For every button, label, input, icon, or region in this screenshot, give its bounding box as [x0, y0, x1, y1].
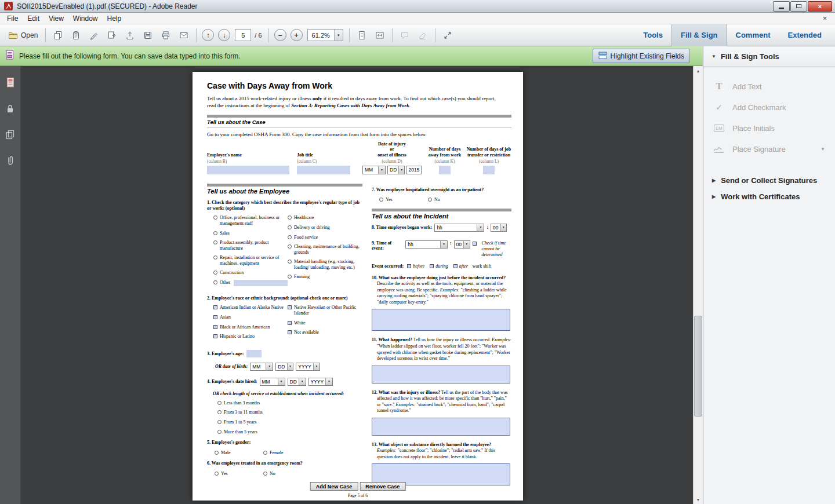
dropdown-arrow-icon[interactable]: ▼	[500, 224, 507, 231]
sign-pen-button[interactable]	[86, 27, 102, 43]
extended-panel-button[interactable]: Extended	[779, 24, 830, 46]
checkbox[interactable]	[288, 305, 292, 309]
hired-month-select[interactable]: MM▼	[260, 378, 285, 386]
fill-sign-tools-header[interactable]: ▼ Fill & Sign Tools	[703, 46, 835, 67]
radio-button[interactable]	[288, 235, 292, 239]
dropdown-arrow-icon[interactable]: ▼	[313, 363, 320, 370]
previous-page-button[interactable]: ↑	[202, 29, 214, 41]
save-button[interactable]	[140, 27, 156, 43]
race-option[interactable]: Not available	[288, 330, 362, 335]
q11-answer-field[interactable]	[372, 366, 510, 384]
dropdown-arrow-icon[interactable]: ▼	[398, 166, 404, 174]
place-signature-tool[interactable]: Place Signature ▼	[703, 138, 835, 159]
radio-button[interactable]	[263, 472, 267, 476]
scrollbar-thumb[interactable]	[694, 316, 702, 417]
radio-button[interactable]	[263, 451, 267, 455]
vertical-scrollbar[interactable]: ▲ ▼	[693, 66, 703, 504]
radio-button[interactable]	[217, 420, 222, 424]
emergency-room-option[interactable]: No	[263, 471, 312, 477]
zoom-in-button[interactable]: +	[291, 29, 303, 41]
injury-day-select[interactable]: DD▼	[387, 166, 405, 174]
length-of-service-option[interactable]: From 3 to 11 months	[217, 410, 362, 415]
email-button[interactable]	[176, 27, 192, 43]
radio-button[interactable]	[379, 198, 383, 202]
birth-month-select[interactable]: MM▼	[250, 363, 273, 371]
job-category-option[interactable]: Material handling (e.g. stocking, loadin…	[288, 259, 362, 270]
dropdown-arrow-icon[interactable]: ▼	[463, 241, 470, 248]
job-category-option[interactable]: Delivery or driving	[288, 225, 362, 231]
dropdown-arrow-icon[interactable]: ▼	[378, 166, 385, 174]
checkbox[interactable]	[288, 321, 292, 325]
dropdown-arrow-icon[interactable]: ▼	[299, 378, 306, 385]
radio-button[interactable]	[215, 451, 219, 455]
checkbox[interactable]	[213, 334, 217, 338]
q10-answer-field[interactable]	[372, 309, 510, 331]
days-away-field[interactable]	[439, 166, 451, 174]
job-category-option[interactable]: Food service	[288, 235, 362, 240]
radio-button[interactable]	[288, 244, 292, 249]
event-timing-option[interactable]: before	[407, 264, 424, 269]
injury-month-select[interactable]: MM▼	[362, 166, 386, 174]
radio-button[interactable]	[217, 401, 222, 405]
checkbox[interactable]	[453, 264, 458, 268]
radio-button[interactable]	[213, 255, 217, 260]
job-category-option[interactable]: Sales	[213, 231, 288, 236]
zoom-out-button[interactable]: −	[274, 29, 286, 41]
attachments-icon[interactable]	[5, 155, 16, 166]
job-category-option[interactable]: Repair, installation or service of machi…	[213, 255, 288, 266]
radio-button[interactable]	[288, 260, 292, 264]
upload-document-button[interactable]	[122, 27, 138, 43]
race-option[interactable]: American Indian or Alaska Native	[213, 305, 288, 311]
fit-width-button[interactable]	[372, 27, 388, 43]
gender-option[interactable]: Male	[215, 450, 263, 456]
print-button[interactable]	[158, 27, 174, 43]
hospitalized-option[interactable]: Yes	[379, 197, 428, 203]
job-category-option[interactable]: Office, professional, business or manage…	[213, 215, 288, 226]
sticky-note-button[interactable]	[397, 27, 413, 43]
hired-year-select[interactable]: YYYY▼	[308, 378, 333, 386]
job-category-option[interactable]: Construction	[213, 270, 288, 276]
birth-day-select[interactable]: DD▼	[275, 363, 293, 371]
event-timing-option[interactable]: during	[430, 264, 448, 269]
pages-icon[interactable]	[5, 129, 16, 140]
radio-button[interactable]	[288, 275, 292, 279]
share-file-button[interactable]	[104, 27, 120, 43]
tools-panel-button[interactable]: Tools	[634, 24, 671, 46]
radio-button[interactable]	[217, 430, 222, 434]
place-initials-tool[interactable]: LM Place Initials	[703, 118, 835, 138]
scroll-down-icon[interactable]: ▼	[694, 495, 703, 504]
job-category-option[interactable]: Cleaning, maintenance of building, groun…	[288, 244, 362, 255]
next-page-button[interactable]: ↓	[218, 29, 230, 41]
event-hour-select[interactable]: hh▼	[405, 240, 448, 249]
race-option[interactable]: Asian	[213, 315, 288, 320]
menu-item[interactable]: File	[2, 14, 23, 23]
scroll-up-icon[interactable]: ▲	[694, 66, 703, 75]
save-copy-button[interactable]	[50, 27, 66, 43]
race-option[interactable]: Hispanic or Latino	[213, 334, 288, 339]
checkbox[interactable]	[213, 305, 217, 309]
job-category-option-other[interactable]: Other	[213, 280, 288, 286]
fill-sign-panel-button[interactable]: Fill & Sign	[671, 24, 727, 46]
menu-item[interactable]: Edit	[23, 14, 44, 23]
fill-sign-doc-button[interactable]	[68, 27, 84, 43]
race-option[interactable]: Black or African American	[213, 324, 288, 330]
page-view-button[interactable]	[354, 27, 370, 43]
other-job-field[interactable]	[234, 280, 288, 286]
radio-button[interactable]	[213, 231, 217, 235]
race-option[interactable]: Native Hawaiian or Other Pacific Islande…	[288, 305, 362, 316]
menu-item[interactable]: View	[44, 14, 68, 23]
radio-button[interactable]	[213, 240, 217, 244]
lock-icon[interactable]	[5, 103, 16, 114]
hospitalized-option[interactable]: No	[428, 197, 477, 203]
event-timing-option[interactable]: after	[453, 264, 468, 269]
open-button[interactable]: Open	[5, 27, 41, 43]
dropdown-arrow-icon[interactable]: ▼	[477, 224, 484, 231]
job-title-field[interactable]	[297, 166, 350, 174]
q12-answer-field[interactable]	[372, 418, 510, 436]
race-option[interactable]: White	[288, 320, 362, 326]
add-checkmark-tool[interactable]: ✓ Add Checkmark	[703, 97, 835, 118]
signature-dropdown-icon[interactable]: ▼	[821, 147, 825, 152]
hired-day-select[interactable]: DD▼	[288, 378, 306, 386]
length-of-service-option[interactable]: From 1 to 5 years	[217, 419, 362, 425]
dropdown-arrow-icon[interactable]: ▼	[440, 241, 447, 248]
